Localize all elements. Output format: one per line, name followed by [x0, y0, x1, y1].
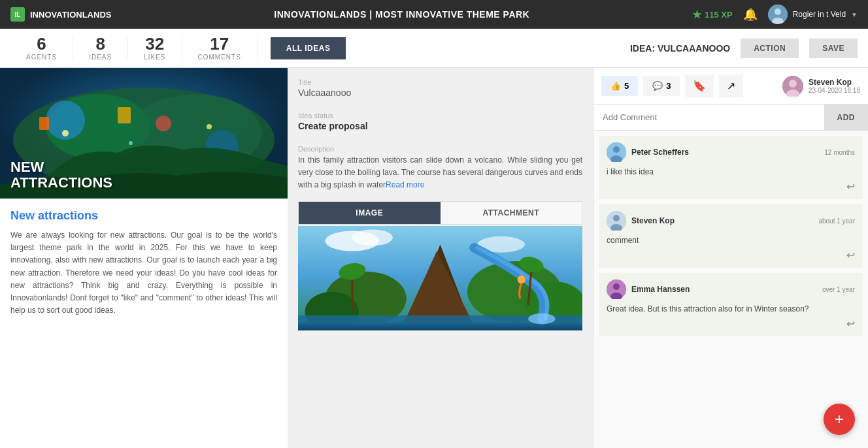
ideas-label: IDEAS: [89, 54, 112, 61]
idea-detail: Title Vulcaaanooo Idea status Create pro…: [288, 68, 868, 448]
comment-panel: 👍 5 💬 3 🔖 ↗: [593, 68, 868, 448]
author-avatar: [782, 76, 803, 97]
idea-label-bar: IDEA: VULCAAANOOO ACTION SAVE: [630, 39, 858, 58]
comments-count: 17: [210, 35, 229, 52]
comment-avatar: [607, 211, 626, 231]
user-menu[interactable]: Rogier in t Veld ▼: [768, 5, 858, 24]
svg-point-11: [156, 116, 171, 131]
comments-list: Peter Scheffers 12 months i like this id…: [593, 131, 868, 448]
svg-point-35: [613, 146, 620, 153]
brand-icon: IL: [10, 7, 25, 22]
user-avatar: [768, 5, 788, 24]
all-ideas-button[interactable]: ALL IDEAS: [271, 37, 346, 59]
comment-time: over 1 year: [822, 286, 855, 293]
read-more-link[interactable]: Read more: [386, 180, 424, 189]
share-button[interactable]: ↗: [719, 74, 743, 97]
user-name: Rogier in t Veld: [793, 10, 846, 19]
svg-rect-9: [39, 117, 49, 130]
main-content: NEWATTRACTIONS New attractions We are al…: [0, 68, 868, 448]
thumbs-up-icon: 👍: [610, 81, 621, 91]
comment-item: Peter Scheffers 12 months i like this id…: [599, 136, 863, 199]
idea-tabs: IMAGE ATTACHMENT: [298, 201, 582, 225]
author-name: Steven Kop: [809, 78, 860, 87]
stat-agents: 6 AGENTS: [10, 35, 73, 61]
idea-actions-row: 👍 5 💬 3 🔖 ↗: [593, 68, 868, 104]
comment-header: Peter Scheffers 12 months: [607, 142, 855, 162]
comment-count: 3: [666, 81, 671, 91]
svg-point-25: [518, 275, 526, 283]
desc-text: In this family attraction visitors can s…: [298, 154, 582, 192]
ideas-count: 8: [95, 35, 105, 52]
title-value: Vulcaaanooo: [298, 88, 582, 104]
comment-avatar: [607, 142, 626, 162]
add-comment-button[interactable]: ADD: [824, 104, 869, 130]
agents-label: AGENTS: [26, 54, 57, 61]
idea-title-bar: IDEA: VULCAAANOOO: [630, 43, 730, 54]
save-button[interactable]: SAVE: [809, 39, 858, 58]
svg-point-32: [789, 80, 797, 88]
comment-author: Steven Kop: [631, 216, 818, 225]
svg-point-14: [129, 141, 133, 145]
comments-label: COMMENTS: [198, 54, 241, 61]
chevron-down-icon: ▼: [851, 11, 858, 18]
share-icon: ↗: [727, 80, 735, 91]
stat-ideas: 8 IDEAS: [73, 35, 128, 61]
star-icon: ★: [692, 8, 701, 21]
fab-button[interactable]: +: [824, 404, 855, 435]
reply-button[interactable]: ↩: [607, 180, 855, 193]
attraction-image-label: NEWATTRACTIONS: [10, 159, 112, 191]
status-value: Create proposal: [298, 121, 582, 137]
nav-title: INNOVATIONLANDS | MOST INNOVATIVE THEME …: [274, 9, 529, 20]
comment-input[interactable]: [593, 104, 824, 130]
comment-author: Peter Scheffers: [631, 148, 824, 157]
left-panel-body: New attractions We are always looking fo…: [0, 199, 288, 327]
comment-time: 12 months: [824, 149, 855, 156]
status-label: Idea status: [298, 112, 582, 120]
brand: IL INNOVATIONLANDS: [10, 7, 111, 22]
bell-icon[interactable]: 🔔: [743, 7, 758, 22]
xp-badge: ★ 115 XP: [692, 8, 733, 21]
svg-point-41: [613, 283, 620, 290]
tab-attachment[interactable]: ATTACHMENT: [441, 202, 582, 224]
svg-point-13: [207, 124, 212, 129]
agents-count: 6: [37, 35, 46, 52]
svg-rect-10: [118, 107, 131, 123]
stat-likes: 32 LIKES: [128, 35, 182, 61]
tab-image[interactable]: IMAGE: [299, 202, 441, 224]
stat-comments: 17 COMMENTS: [182, 35, 258, 61]
add-comment-row: ADD: [593, 104, 868, 131]
nav-right: ★ 115 XP 🔔 Rogier in t Veld ▼: [692, 5, 858, 24]
svg-point-38: [613, 215, 620, 221]
attraction-desc: We are always looking for new attraction…: [10, 229, 277, 317]
likes-count: 32: [145, 35, 164, 52]
left-panel: NEWATTRACTIONS New attractions We are al…: [0, 68, 288, 448]
comment-author: Emma Hanssen: [631, 285, 822, 294]
comment-text: i like this idea: [607, 166, 855, 178]
svg-point-17: [352, 229, 393, 246]
comment-avatar: [607, 280, 626, 299]
stats-bar: 6 AGENTS 8 IDEAS 32 LIKES 17 COMMENTS AL…: [0, 29, 868, 68]
comment-text: Great idea. But is this attraction also …: [607, 303, 855, 315]
comment-count-button[interactable]: 💬 3: [643, 76, 680, 96]
reply-button[interactable]: ↩: [607, 317, 855, 330]
likes-label: LIKES: [144, 54, 165, 61]
svg-point-30: [528, 313, 555, 324]
title-label: Title: [298, 78, 582, 86]
action-button[interactable]: ACTION: [741, 39, 799, 58]
idea-image-preview: [298, 226, 582, 330]
comment-text: comment: [607, 234, 855, 246]
svg-point-12: [62, 130, 69, 136]
top-nav: IL INNOVATIONLANDS INNOVATIONLANDS | MOS…: [0, 0, 868, 29]
bookmark-icon: 🔖: [693, 80, 706, 91]
comment-header: Steven Kop about 1 year: [607, 211, 855, 231]
author-info: Steven Kop 23-04-2020 16:18: [782, 76, 860, 97]
brand-name: INNOVATIONLANDS: [30, 10, 111, 20]
like-count: 5: [624, 81, 629, 91]
comment-item: Emma Hanssen over 1 year Great idea. But…: [599, 273, 863, 336]
comment-time: about 1 year: [818, 217, 855, 225]
reply-button[interactable]: ↩: [607, 249, 855, 261]
attraction-name: New attractions: [10, 209, 277, 223]
like-button[interactable]: 👍 5: [601, 76, 638, 96]
bookmark-button[interactable]: 🔖: [685, 74, 714, 97]
svg-point-1: [775, 8, 781, 15]
